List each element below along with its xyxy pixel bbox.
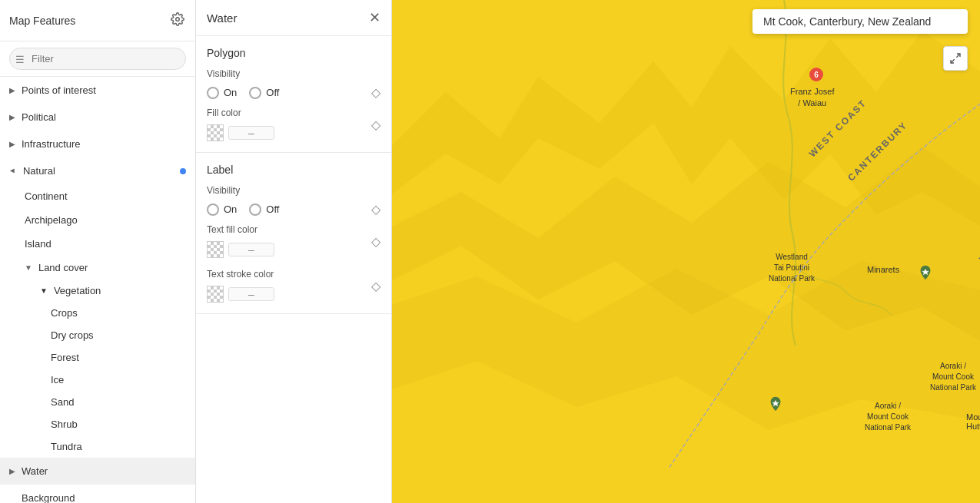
search-bar: Mt Cook, Canterbury, New Zealand [752,9,968,34]
svg-line-4 [956,54,960,58]
arrow-icon: ▶ [9,467,15,475]
radio-off[interactable]: Off [249,87,279,99]
fill-color-swatch[interactable] [207,124,224,141]
place-aoraki-1: Aoraki /Mount CookNational Park [930,361,976,393]
sidebar-item-land-cover[interactable]: ▼ Land cover [0,256,195,280]
sidebar-item-crops[interactable]: Crops [0,302,195,324]
fill-color-label: Fill color [207,108,274,118]
sidebar-item-points-of-interest[interactable]: ▶ Points of interest [0,77,195,104]
sidebar-item-label: Vegetation [54,285,101,296]
map-features-title: Map Features [9,15,75,27]
place-aoraki-2: Aoraki /Mount CookNational Park [865,401,911,433]
label-visibility-row: On Off ◇ [207,202,380,217]
fill-color-label-wrap: Fill color – [207,108,274,141]
radio-off-label: Off [266,204,279,215]
radio-group: On Off [207,87,279,99]
place-franz-josef: Franz Josef/ Waiau [790,86,834,110]
fill-color-value[interactable]: – [228,126,274,140]
label-radio-on[interactable]: On [207,204,237,216]
text-stroke-value[interactable]: – [228,287,274,301]
filter-input[interactable] [9,48,186,70]
filter-icon: ☰ [15,53,25,65]
sidebar-item-dry-crops[interactable]: Dry crops [0,324,195,346]
search-value: Mt Cook, Canterbury, New Zealand [763,15,931,28]
sidebar-item-background[interactable]: Background [0,485,195,503]
text-fill-value[interactable]: – [228,243,274,256]
fill-color-row: Fill color – ◇ [207,108,380,141]
modified-dot [180,168,186,174]
visibility-label: Visibility [207,68,380,79]
sidebar-item-natural[interactable]: ▼ Natural [0,157,195,184]
filter-bar: ☰ [0,41,195,77]
diamond-button-text-fill[interactable]: ◇ [371,234,380,249]
radio-off-label: Off [266,87,279,98]
radio-on-label: On [224,204,237,215]
radio-circle-off[interactable] [249,87,261,99]
sidebar-item-label: Water [22,465,48,477]
sidebar-item-archipelago[interactable]: Archipelago [0,208,195,232]
close-button[interactable]: ✕ [369,11,380,25]
sidebar-item-water[interactable]: ▶ Water [0,458,195,485]
diamond-button-label-vis[interactable]: ◇ [371,202,380,217]
sidebar-item-shrub[interactable]: Shrub [0,413,195,435]
text-stroke-field: – [207,286,274,303]
visibility-row: On Off ◇ [207,85,380,100]
radio-circle-on[interactable] [207,87,219,99]
arrow-icon: ▼ [25,263,32,272]
mid-panel: Water ✕ Polygon Visibility On Off ◇ Fill… [196,0,392,503]
text-stroke-swatch[interactable] [207,286,224,303]
svg-line-5 [951,59,955,63]
arrow-icon: ▶ [9,113,15,121]
text-fill-label: Text fill color [207,224,274,235]
text-fill-swatch[interactable] [207,241,224,258]
place-westland: WestlandTai PoutiniNational Park [769,252,815,284]
sidebar-item-ice[interactable]: Ice [0,369,195,391]
arrow-icon: ▼ [8,167,17,175]
radio-on[interactable]: On [207,87,237,99]
sidebar-item-forest[interactable]: Forest [0,346,195,369]
place-mount-hutton: Mount Hutton [966,412,980,431]
radio-on-label: On [224,87,237,98]
color-field: – [207,124,274,141]
sidebar-item-continent[interactable]: Continent [0,184,195,208]
sidebar-item-label: Infrastructure [22,138,81,150]
map-area[interactable]: Mt Cook, Canterbury, New Zealand WEST CO… [392,0,980,503]
polygon-title: Polygon [207,47,380,59]
radio-circle-on[interactable] [207,204,219,216]
label-visibility-label: Visibility [207,185,380,196]
label-radio-off[interactable]: Off [249,204,279,216]
sidebar-item-vegetation[interactable]: ▼ Vegetation [0,280,195,302]
label-radio-group: On Off [207,204,279,216]
poi-minarets [917,264,934,283]
nav-section: ▶ Points of interest ▶ Political ▶ Infra… [0,77,195,503]
sidebar-item-island[interactable]: Island [0,232,195,256]
sidebar-item-label: Natural [23,165,55,177]
svg-point-0 [176,18,180,22]
mid-header: Water ✕ [196,0,391,36]
sidebar-item-sand[interactable]: Sand [0,391,195,413]
filter-wrap: ☰ [9,48,186,70]
gear-button[interactable] [169,11,186,30]
expand-button[interactable] [943,46,968,71]
left-header: Map Features [0,0,195,41]
sidebar-item-tundra[interactable]: Tundra [0,435,195,458]
diamond-button-text-stroke[interactable]: ◇ [371,279,380,293]
text-stroke-row: Text stroke color – ◇ [207,269,380,303]
poi-aoraki [767,395,784,415]
sidebar-item-label: Land cover [38,262,88,273]
radio-circle-off[interactable] [249,204,261,216]
arrow-icon: ▶ [9,86,15,94]
sidebar-item-infrastructure[interactable]: ▶ Infrastructure [0,131,195,157]
sidebar-item-political[interactable]: ▶ Political [0,104,195,131]
text-fill-wrap: Text fill color – [207,224,274,258]
diamond-button[interactable]: ◇ [371,85,380,100]
place-minarets: Minarets [867,265,899,274]
polygon-section: Polygon Visibility On Off ◇ Fill color [196,36,391,153]
sidebar-item-label: Political [22,111,56,123]
label-title: Label [207,164,380,176]
diamond-button-fill[interactable]: ◇ [371,117,380,132]
text-stroke-label: Text stroke color [207,269,274,280]
sidebar-item-label: Archipelago [25,214,78,226]
arrow-icon: ▶ [9,140,15,148]
label-section: Label Visibility On Off ◇ Text fill colo… [196,153,391,314]
